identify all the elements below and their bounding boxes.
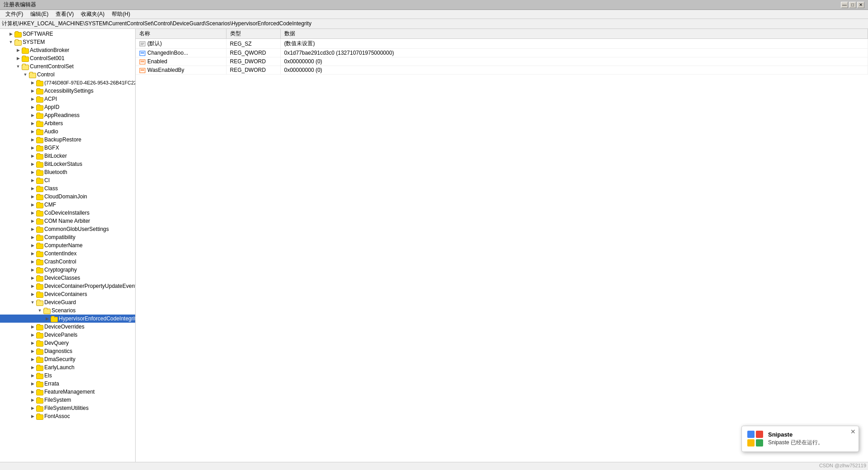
tree-item-filesystem[interactable]: ▶ FileSystem xyxy=(0,396,135,404)
menu-edit[interactable]: 编辑(E) xyxy=(27,9,52,19)
tree-toggle-errata[interactable]: ▶ xyxy=(29,380,36,387)
tree-toggle-hypervisorenforcedcodeintegrity[interactable]: ▶ xyxy=(43,315,51,322)
tree-item-class[interactable]: ▶ Class xyxy=(0,184,135,193)
tree-toggle-class[interactable]: ▶ xyxy=(29,185,36,192)
tree-item-bitlockerstatus[interactable]: ▶ BitLockerStatus xyxy=(0,160,135,168)
tree-toggle-activationbroker[interactable]: ▶ xyxy=(14,47,22,54)
tree-toggle-system[interactable]: ▼ xyxy=(7,38,14,46)
tree-toggle-control[interactable]: ▼ xyxy=(22,71,29,78)
tree-item-accessibilitysettings[interactable]: ▶ AccessibilitySettings xyxy=(0,87,135,95)
tree-toggle-bgfx[interactable]: ▶ xyxy=(29,144,36,151)
tree-item-devicecontainers[interactable]: ▶ DeviceContainers xyxy=(0,290,135,298)
tree-toggle-compatibility[interactable]: ▶ xyxy=(29,234,36,241)
tree-item-devquery[interactable]: ▶ DevQuery xyxy=(0,339,135,347)
col-data[interactable]: 数据 xyxy=(280,29,868,39)
tree-item-featuremanagement[interactable]: ▶ FeatureManagement xyxy=(0,388,135,396)
tree-item-errata[interactable]: ▶ Errata xyxy=(0,380,135,388)
tree-toggle-clouddomainjoin[interactable]: ▶ xyxy=(29,193,36,200)
tree-toggle-fontassoc[interactable]: ▶ xyxy=(29,413,36,420)
close-button[interactable]: ✕ xyxy=(857,2,864,8)
tree-item-deviceguard[interactable]: ▼ DeviceGuard xyxy=(0,298,135,306)
tree-item-cmf[interactable]: ▶ CMF xyxy=(0,201,135,209)
tree-item-hypervisorenforcedcodeintegrity[interactable]: ▶ HypervisorEnforcedCodeIntegrity xyxy=(0,315,135,323)
tree-toggle-deviceguard[interactable]: ▼ xyxy=(29,299,36,306)
tree-toggle-comnamearbiter[interactable]: ▶ xyxy=(29,217,36,225)
menu-file[interactable]: 文件(F) xyxy=(2,9,27,19)
tree-toggle-featuremanagement[interactable]: ▶ xyxy=(29,388,36,395)
tree-item-filesystemutilities[interactable]: ▶ FileSystemUtilities xyxy=(0,404,135,412)
tree-toggle-currentcontrolset[interactable]: ▼ xyxy=(14,63,22,70)
tree-item-appreadiness[interactable]: ▶ AppReadiness xyxy=(0,111,135,119)
tree-toggle-deviceoverrides[interactable]: ▶ xyxy=(29,323,36,330)
minimize-button[interactable]: — xyxy=(841,2,848,8)
tree-item-els[interactable]: ▶ Els xyxy=(0,371,135,380)
table-row[interactable]: WasEnabledByREG_DWORD0x00000000 (0) xyxy=(136,66,868,75)
tree-item-7746d80f[interactable]: ▶ {7746D80F-97E0-4E26-9543-26B41FC22F79} xyxy=(0,79,135,87)
tree-toggle-cmf[interactable]: ▶ xyxy=(29,201,36,208)
snipaste-close-button[interactable]: ✕ xyxy=(850,428,856,435)
tree-toggle-scenarios[interactable]: ▼ xyxy=(36,307,43,314)
tree-toggle-contentindex[interactable]: ▶ xyxy=(29,250,36,257)
tree-item-fontassoc[interactable]: ▶ FontAssoc xyxy=(0,412,135,420)
tree-toggle-devicecontainers[interactable]: ▶ xyxy=(29,291,36,298)
tree-toggle-filesystemutilities[interactable]: ▶ xyxy=(29,404,36,412)
tree-item-bgfx[interactable]: ▶ BGFX xyxy=(0,144,135,152)
tree-item-acpi[interactable]: ▶ ACPI xyxy=(0,95,135,103)
tree-item-computername[interactable]: ▶ ComputerName xyxy=(0,241,135,249)
tree-toggle-commonglobusersettings[interactable]: ▶ xyxy=(29,226,36,233)
table-row[interactable]: (默认)REG_SZ(数值未设置) xyxy=(136,39,868,49)
tree-item-comnamearbiter[interactable]: ▶ COM Name Arbiter xyxy=(0,217,135,225)
menu-view[interactable]: 查看(V) xyxy=(52,9,77,19)
tree-item-system[interactable]: ▼ SYSTEM xyxy=(0,38,135,46)
tree-toggle-software[interactable]: ▶ xyxy=(7,30,14,38)
tree-toggle-appreadiness[interactable]: ▶ xyxy=(29,112,36,119)
tree-toggle-audio[interactable]: ▶ xyxy=(29,128,36,135)
tree-item-clouddomainjoin[interactable]: ▶ CloudDomainJoin xyxy=(0,193,135,201)
tree-item-contentindex[interactable]: ▶ ContentIndex xyxy=(0,249,135,258)
tree-item-software[interactable]: ▶ SOFTWARE xyxy=(0,30,135,38)
tree-toggle-dmasecurity[interactable]: ▶ xyxy=(29,356,36,363)
tree-toggle-cryptography[interactable]: ▶ xyxy=(29,266,36,273)
tree-item-devicepanels[interactable]: ▶ DevicePanels xyxy=(0,331,135,339)
tree-toggle-codeviceinstallers[interactable]: ▶ xyxy=(29,209,36,216)
tree-item-compatibility[interactable]: ▶ Compatibility xyxy=(0,233,135,241)
tree-item-dmasecurity[interactable]: ▶ DmaSecurity xyxy=(0,355,135,363)
tree-toggle-7746d80f[interactable]: ▶ xyxy=(29,79,36,86)
tree-item-crashcontrol[interactable]: ▶ CrashControl xyxy=(0,258,135,266)
tree-item-deviceoverrides[interactable]: ▶ DeviceOverrides xyxy=(0,323,135,331)
tree-item-codeviceinstallers[interactable]: ▶ CoDeviceInstallers xyxy=(0,209,135,217)
tree-item-bluetooth[interactable]: ▶ Bluetooth xyxy=(0,168,135,176)
tree-toggle-backuprestore[interactable]: ▶ xyxy=(29,136,36,143)
tree-item-appid[interactable]: ▶ AppID xyxy=(0,103,135,111)
tree-toggle-devquery[interactable]: ▶ xyxy=(29,339,36,347)
tree-toggle-ci[interactable]: ▶ xyxy=(29,177,36,184)
tree-toggle-bitlockerstatus[interactable]: ▶ xyxy=(29,160,36,168)
tree-toggle-arbiters[interactable]: ▶ xyxy=(29,120,36,127)
maximize-button[interactable]: □ xyxy=(849,2,856,8)
table-row[interactable]: EnabledREG_DWORD0x00000000 (0) xyxy=(136,57,868,66)
tree-toggle-earlylaunch[interactable]: ▶ xyxy=(29,364,36,371)
menu-help[interactable]: 帮助(H) xyxy=(108,9,134,19)
tree-toggle-appid[interactable]: ▶ xyxy=(29,103,36,111)
tree-item-scenarios[interactable]: ▼ Scenarios xyxy=(0,306,135,315)
tree-item-arbiters[interactable]: ▶ Arbiters xyxy=(0,119,135,127)
tree-toggle-els[interactable]: ▶ xyxy=(29,372,36,379)
tree-item-diagnostics[interactable]: ▶ Diagnostics xyxy=(0,347,135,355)
tree-item-cryptography[interactable]: ▶ Cryptography xyxy=(0,266,135,274)
tree-item-ci[interactable]: ▶ CI xyxy=(0,176,135,184)
tree-item-currentcontrolset[interactable]: ▼ CurrentControlSet xyxy=(0,62,135,70)
tree-toggle-devicecontainerpropertyupdateevents[interactable]: ▶ xyxy=(29,282,36,290)
tree-toggle-controlset001[interactable]: ▶ xyxy=(14,55,22,62)
tree-item-activationbroker[interactable]: ▶ ActivationBroker xyxy=(0,46,135,54)
col-type[interactable]: 类型 xyxy=(226,29,280,39)
tree-item-commonglobusersettings[interactable]: ▶ CommonGlobUserSettings xyxy=(0,225,135,233)
tree-item-devicecontainerpropertyupdateevents[interactable]: ▶ DeviceContainerPropertyUpdateEvents xyxy=(0,282,135,290)
tree-item-controlset001[interactable]: ▶ ControlSet001 xyxy=(0,54,135,62)
tree-item-audio[interactable]: ▶ Audio xyxy=(0,127,135,136)
tree-toggle-deviceclasses[interactable]: ▶ xyxy=(29,274,36,282)
tree-toggle-filesystem[interactable]: ▶ xyxy=(29,396,36,404)
tree-toggle-computername[interactable]: ▶ xyxy=(29,242,36,249)
tree-toggle-crashcontrol[interactable]: ▶ xyxy=(29,258,36,265)
tree-item-bitlocker[interactable]: ▶ BitLocker xyxy=(0,152,135,160)
tree-toggle-accessibilitysettings[interactable]: ▶ xyxy=(29,87,36,94)
